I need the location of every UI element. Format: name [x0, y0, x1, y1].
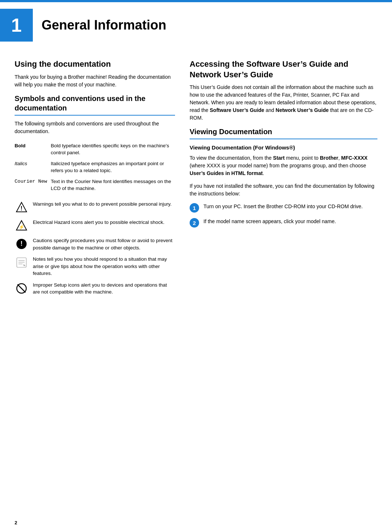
- right-column: Accessing the Software User’s Guide and …: [190, 59, 377, 300]
- svg-text:⚡: ⚡: [19, 224, 25, 230]
- accessing-intro-para: This User’s Guide does not contain all t…: [190, 84, 377, 122]
- step-2-text: If the model name screen appears, click …: [203, 218, 377, 225]
- nope-icon: [15, 281, 28, 295]
- using-intro: Thank you for buying a Brother machine! …: [15, 73, 175, 89]
- step-2-badge: 2: [190, 218, 199, 228]
- convention-term-courier: Courier New: [15, 176, 51, 194]
- icon-row-nope: Improper Setup icons alert you to device…: [15, 281, 175, 296]
- caution-icon: !: [15, 237, 28, 251]
- chapter-number: 1: [0, 9, 33, 42]
- step-1-text: Turn on your PC. Insert the Brother CD-R…: [203, 203, 377, 210]
- note-icon: [15, 256, 28, 269]
- step-2: 2 If the model name screen appears, clic…: [190, 218, 377, 228]
- viewing-sub-heading: Viewing Documentation (For Windows®): [190, 144, 377, 151]
- convention-desc-bold: Bold typeface identifies specific keys o…: [51, 140, 175, 158]
- icon-row-note: Notes tell you how you should respond to…: [15, 256, 175, 277]
- electric-icon: ⚡: [15, 219, 28, 233]
- conventions-table: Bold Bold typeface identifies specific k…: [15, 140, 175, 194]
- icon-row-electric: ⚡ Electrical Hazard icons alert you to p…: [15, 219, 175, 233]
- symbols-intro: The following symbols and conventions ar…: [15, 120, 175, 135]
- icon-row-caution: ! Cautions specify procedures you must f…: [15, 237, 175, 251]
- symbols-heading: Symbols and conventions used in the docu…: [15, 94, 175, 116]
- convention-bold: Bold Bold typeface identifies specific k…: [15, 140, 175, 158]
- warning-icon: !: [15, 201, 28, 214]
- left-column: Using the documentation Thank you for bu…: [15, 59, 175, 300]
- convention-desc-italics: Italicized typeface emphasizes an import…: [51, 158, 175, 176]
- convention-desc-courier: Text in the Courier New font identifies …: [51, 176, 175, 194]
- step-1: 1 Turn on your PC. Insert the Brother CD…: [190, 203, 377, 213]
- caution-text: Cautions specify procedures you must fol…: [33, 237, 175, 251]
- icon-row-warning: ! Warnings tell you what to do to preven…: [15, 201, 175, 214]
- using-heading: Using the documentation: [15, 59, 175, 70]
- viewing-heading: Viewing Documentation: [190, 127, 377, 139]
- warning-text: Warnings tell you what to do to prevent …: [33, 201, 175, 208]
- page-number: 2: [15, 520, 17, 525]
- electric-text: Electrical Hazard icons alert you to pos…: [33, 219, 175, 226]
- svg-text:!: !: [20, 205, 22, 211]
- convention-term-italics: Italics: [15, 158, 51, 176]
- convention-term-bold: Bold: [15, 140, 51, 158]
- viewing-intro-para: To view the documentation, from the Star…: [190, 154, 377, 177]
- note-text: Notes tell you how you should respond to…: [33, 256, 175, 277]
- chapter-title: General Information: [42, 18, 166, 33]
- accessing-heading: Accessing the Software User’s Guide and …: [190, 59, 377, 80]
- viewing-not-installed: If you have not installed the software, …: [190, 182, 377, 198]
- nope-text: Improper Setup icons alert you to device…: [33, 281, 175, 296]
- content-area: Using the documentation Thank you for bu…: [0, 59, 392, 315]
- convention-italics: Italics Italicized typeface emphasizes a…: [15, 158, 175, 176]
- convention-courier: Courier New Text in the Courier New font…: [15, 176, 175, 194]
- chapter-header: 1 General Information: [0, 0, 392, 48]
- step-1-badge: 1: [190, 203, 199, 213]
